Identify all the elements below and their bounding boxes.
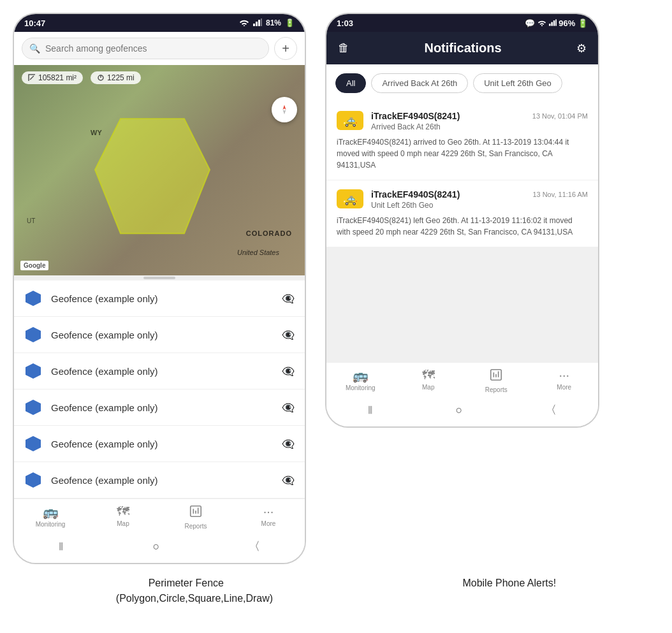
geofence-item-1[interactable]: Geofence (example only) 👁‍🗨 xyxy=(14,280,305,317)
geofence-label-1: Geofence (example only) xyxy=(51,293,273,304)
signal-bars-right xyxy=(549,18,559,28)
filter-all[interactable]: All xyxy=(335,73,366,93)
nav-reports-left[interactable]: Reports xyxy=(177,504,215,530)
geofence-label-4: Geofence (example only) xyxy=(51,402,273,413)
nav-monitoring-label-right: Monitoring xyxy=(346,384,376,391)
geofence-label-3: Geofence (example only) xyxy=(51,366,273,377)
geofence-item-2[interactable]: Geofence (example only) 👁‍🗨 xyxy=(14,317,305,353)
back-button[interactable]: 〈 xyxy=(249,539,260,554)
map-stats: 105821 mi² 1225 mi xyxy=(22,71,141,84)
svg-marker-8 xyxy=(95,119,210,233)
home-button-right[interactable]: ○ xyxy=(456,404,463,417)
nav-reports-label-right: Reports xyxy=(485,386,508,393)
geofence-item-5[interactable]: Geofence (example only) 👁‍🗨 xyxy=(14,426,305,462)
notification-subtitle-2: Unit Left 26th Geo xyxy=(371,201,588,210)
filter-left[interactable]: Unit Left 26th Geo xyxy=(473,73,562,93)
nav-map-left[interactable]: 🗺 Map xyxy=(104,504,142,530)
geofence-shape-icon xyxy=(24,289,42,307)
state-label-wy: WY xyxy=(91,129,102,136)
geofence-shape-icon xyxy=(24,471,42,489)
nav-map-right[interactable]: 🗺 Map xyxy=(409,368,448,393)
nav-map-label-right: Map xyxy=(422,384,434,391)
nav-more-right[interactable]: ··· More xyxy=(545,368,583,393)
svg-rect-24 xyxy=(553,20,555,26)
bottom-nav-left: 🚌 Monitoring 🗺 Map Reports xyxy=(14,498,305,532)
geofence-item-6[interactable]: Geofence (example only) 👁‍🗨 xyxy=(14,462,305,498)
svg-marker-15 xyxy=(26,436,41,451)
state-label-ut: UT xyxy=(27,217,35,224)
add-geofence-button[interactable]: + xyxy=(274,37,297,60)
geofence-item-4[interactable]: Geofence (example only) 👁‍🗨 xyxy=(14,389,305,426)
svg-rect-2 xyxy=(256,22,258,26)
settings-icon[interactable]: ⚙ xyxy=(576,41,587,55)
device-name-2: iTrackEF4940S(8241) xyxy=(371,189,460,200)
map-area: 105821 mi² 1225 mi xyxy=(14,65,305,275)
recent-apps-button[interactable]: ⦀ xyxy=(59,540,64,553)
nav-more-left[interactable]: ··· More xyxy=(249,504,288,530)
svg-marker-11 xyxy=(26,291,41,306)
geofence-polygon xyxy=(82,106,223,249)
visibility-toggle-4[interactable]: 👁‍🗨 xyxy=(282,402,295,414)
delete-icon[interactable]: 🗑 xyxy=(338,41,349,55)
wifi-icon xyxy=(239,18,249,28)
nav-monitoring-right[interactable]: 🚌 Monitoring xyxy=(341,368,379,393)
visibility-toggle-1[interactable]: 👁‍🗨 xyxy=(282,293,295,305)
car-avatar-1: 🚕 xyxy=(337,111,363,130)
map-icon-right: 🗺 xyxy=(422,368,435,382)
svg-rect-25 xyxy=(555,19,557,25)
compass-button[interactable] xyxy=(272,97,297,122)
svg-rect-23 xyxy=(551,22,553,25)
more-icon: ··· xyxy=(263,504,274,519)
captions: Perimeter Fence(Polygon,Circle,Square,Li… xyxy=(13,576,659,606)
search-icon: 🔍 xyxy=(29,43,40,54)
bottom-nav-right: 🚌 Monitoring 🗺 Map Reports xyxy=(326,362,598,396)
search-input[interactable] xyxy=(22,38,269,59)
nav-more-label-right: More xyxy=(557,384,571,391)
notifications-header: 🗑 Notifications ⚙ xyxy=(326,32,598,64)
car-avatar-2: 🚕 xyxy=(337,189,363,208)
geofence-label-2: Geofence (example only) xyxy=(51,330,273,340)
scroll-indicator xyxy=(14,275,305,280)
visibility-toggle-5[interactable]: 👁‍🗨 xyxy=(282,438,295,450)
svg-rect-1 xyxy=(253,24,255,26)
notification-time-1: 13 Nov, 01:04 PM xyxy=(532,112,588,120)
google-logo: Google xyxy=(20,261,48,270)
svg-marker-9 xyxy=(283,105,286,110)
svg-line-5 xyxy=(30,76,34,80)
svg-marker-10 xyxy=(283,110,286,115)
visibility-toggle-3[interactable]: 👁‍🗨 xyxy=(282,365,295,377)
filter-arrived[interactable]: Arrived Back At 26th xyxy=(371,73,468,93)
notification-time-2: 13 Nov, 11:16 AM xyxy=(532,191,588,198)
svg-marker-12 xyxy=(26,327,41,342)
svg-marker-14 xyxy=(26,400,41,415)
state-label-co: COLORADO xyxy=(246,229,292,237)
geofence-item-3[interactable]: Geofence (example only) 👁‍🗨 xyxy=(14,353,305,389)
visibility-toggle-2[interactable]: 👁‍🗨 xyxy=(282,329,295,341)
geofence-shape-icon xyxy=(24,326,42,344)
nav-map-label: Map xyxy=(117,520,129,527)
wifi-icon-right xyxy=(537,18,549,28)
status-bar-right: 1:03 💬 xyxy=(326,14,598,32)
signal-bars-left xyxy=(253,18,262,28)
notification-item-2[interactable]: 🚕 iTrackEF4940S(8241) 13 Nov, 11:16 AM U… xyxy=(326,180,598,247)
nav-monitoring-label: Monitoring xyxy=(36,521,66,528)
time-right: 1:03 xyxy=(337,18,353,28)
battery-left: 81% xyxy=(266,18,281,27)
monitoring-icon: 🚌 xyxy=(43,504,59,520)
notification-item-1[interactable]: 🚕 iTrackEF4940S(8241) 13 Nov, 01:04 PM A… xyxy=(326,102,598,180)
monitoring-icon-right: 🚌 xyxy=(353,368,369,383)
svg-rect-22 xyxy=(549,24,551,25)
distance-stat: 1225 mi xyxy=(91,71,141,84)
nav-reports-right[interactable]: Reports xyxy=(477,368,515,393)
geofence-shape-icon xyxy=(24,435,42,453)
home-button[interactable]: ○ xyxy=(153,540,160,553)
status-bar-left: 10:47 81% xyxy=(14,14,305,32)
back-button-right[interactable]: 〈 xyxy=(545,402,557,418)
recent-apps-button-right[interactable]: ⦀ xyxy=(368,404,373,417)
nav-more-label: More xyxy=(261,520,276,527)
svg-point-21 xyxy=(541,25,543,26)
left-caption: Perimeter Fence(Polygon,Circle,Square,Li… xyxy=(116,576,256,606)
visibility-toggle-6[interactable]: 👁‍🗨 xyxy=(282,474,295,486)
left-phone: 10:47 81% xyxy=(13,13,306,564)
nav-monitoring-left[interactable]: 🚌 Monitoring xyxy=(31,504,69,530)
